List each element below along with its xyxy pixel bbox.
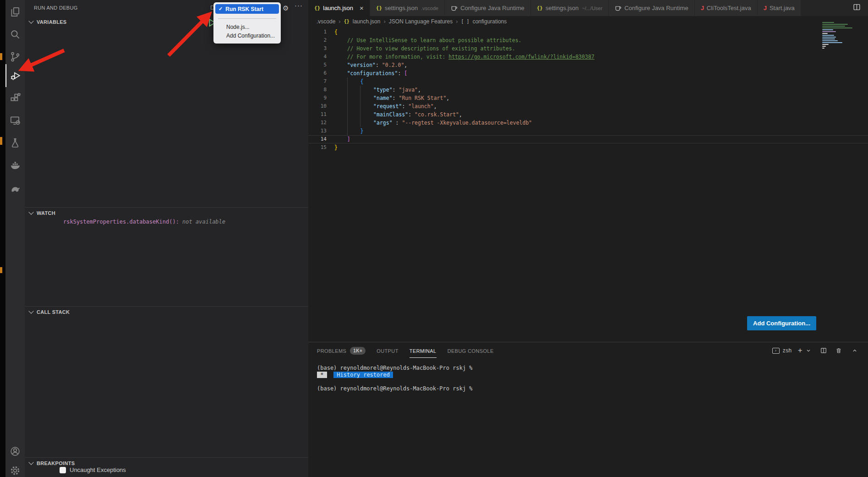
breadcrumb: .vscode › {} launch.json › JSON Language… [308,16,868,27]
gradle-elephant-icon[interactable] [9,182,21,194]
tab-settings-json-vscode[interactable]: {} settings.json .vscode [370,0,445,16]
terminal-text: History restored [333,372,393,378]
code-token: , [404,62,407,68]
tab-problems[interactable]: PROBLEMS 1K+ [317,344,366,357]
add-configuration-button[interactable]: Add Configuration... [747,316,816,330]
code-token: "request" [373,103,402,110]
extensions-icon[interactable] [9,92,21,104]
split-editor-icon[interactable] [853,3,861,13]
line-number: 4 [308,53,334,61]
code-token: "type" [373,87,393,93]
code-line[interactable]: 15} [308,143,868,152]
minimap-line [822,33,828,34]
breadcrumb-item[interactable]: configurations [473,18,507,25]
indent-guide [334,94,347,102]
indent-guide [347,127,360,135]
minimap-line [822,48,824,49]
code-line[interactable]: 4// For more information, visit: https:/… [308,53,868,61]
breadcrumb-item[interactable]: JSON Language Features [389,18,453,25]
account-icon[interactable] [9,445,21,457]
minimap-line [822,29,833,30]
dropdown-item-nodejs[interactable]: Node.js... [213,23,281,32]
code-token: "0.2.0" [382,62,404,68]
code-line[interactable]: 12"args" : "--regtest -Xkeyvalue.datasou… [308,119,868,127]
tab-start-java[interactable]: J Start.java [758,0,801,16]
code-token: "args" [373,120,393,126]
minimap[interactable] [822,22,862,49]
check-icon: ✓ [218,6,223,12]
edge-marker [0,267,2,273]
tab-configure-java-runtime-2[interactable]: Configure Java Runtime [609,0,694,16]
code-line[interactable]: 9"name": "Run RSK Start", [308,94,868,102]
tab-label: settings.json [546,5,579,11]
code-token: "Run RSK Start" [399,95,446,101]
breadcrumb-item[interactable]: launch.json [353,18,381,25]
indent-guide [334,127,347,135]
code-line[interactable]: 3// Hover to view descriptions of existi… [308,44,868,53]
breadcrumb-item[interactable]: .vscode [317,18,335,25]
search-icon[interactable] [9,28,21,40]
watch-expression-row[interactable]: rskSystemProperties.databaseKind(): not … [63,219,225,225]
code-line[interactable]: 14] [308,135,868,143]
close-icon[interactable]: × [360,5,364,11]
split-terminal-icon[interactable] [820,347,827,354]
code-line[interactable]: 5"version": "0.2.0", [308,61,868,69]
code-token: : [393,87,399,93]
tab-configure-java-runtime-1[interactable]: Configure Java Runtime [445,0,530,16]
launch-profile-chevron-icon[interactable] [805,347,812,354]
code-line[interactable]: 6"configurations": [ [308,69,868,77]
editor-tab-bar: {} launch.json × {} settings.json .vscod… [308,0,868,16]
indent-guide [334,86,347,94]
tab-output[interactable]: OUTPUT [377,344,399,357]
more-actions-icon[interactable]: ··· [295,1,303,9]
code-line[interactable]: 10"request": "launch", [308,102,868,110]
tab-terminal[interactable]: TERMINAL [409,344,437,358]
code-token: , [434,103,437,110]
code-token: "launch" [408,103,433,110]
section-label: WATCH [37,210,55,216]
testing-flask-icon[interactable] [9,137,21,149]
panel-tab-label: OUTPUT [377,344,399,357]
section-call-stack[interactable]: CALL STACK [25,306,312,318]
screen-edge-strip [0,0,5,477]
panel-tab-label: TERMINAL [409,344,437,358]
docker-icon[interactable] [9,159,21,171]
dropdown-item-add-configuration[interactable]: Add Configuration... [213,32,281,40]
tab-debug-console[interactable]: DEBUG CONSOLE [448,344,494,357]
source-control-icon[interactable] [9,51,21,63]
code-lines[interactable]: 1{2// Use IntelliSense to learn about po… [308,28,868,152]
code-line[interactable]: 8"type": "java", [308,86,868,94]
code-line[interactable]: 11"mainClass": "co.rsk.Start", [308,110,868,119]
tab-settings-json-user[interactable]: {} settings.json ~/.../User [531,0,609,16]
new-terminal-icon[interactable]: + [798,348,802,353]
line-number: 12 [308,119,334,127]
kill-terminal-trash-icon[interactable] [835,347,842,354]
section-label: CALL STACK [37,309,70,315]
explorer-icon[interactable] [9,6,21,18]
run-and-debug-sidebar: RUN AND DEBUG VARIABLES WATCH rskSystemP… [25,0,308,477]
indent-guide [334,61,347,69]
code-token: // Use IntelliSense to learn about possi… [347,37,522,44]
section-watch[interactable]: WATCH [25,207,312,219]
chevron-down-icon [28,308,33,313]
settings-gear-icon[interactable] [9,465,21,477]
dropdown-selected-item[interactable]: ✓ Run RSK Start [215,4,279,14]
breadcrumb-separator: › [456,18,458,25]
remote-explorer-icon[interactable] [9,115,21,126]
tab-launch-json[interactable]: {} launch.json × [308,0,370,16]
launch-json-gear-icon[interactable]: ⚙ [283,4,289,12]
maximize-panel-chevron-icon[interactable] [852,347,858,354]
code-line[interactable]: 7{ [308,77,868,86]
section-label: BREAKPOINTS [37,461,75,466]
shell-label[interactable]: zsh [783,347,792,354]
run-and-debug-icon[interactable] [9,70,21,82]
code-line[interactable]: 2// Use IntelliSense to learn about poss… [308,36,868,44]
indent-guide [347,119,360,127]
uncaught-exceptions-checkbox[interactable] [60,467,66,473]
code-line[interactable]: 13} [308,127,868,135]
code-line[interactable]: 1{ [308,28,868,36]
tab-clitoolstest-java[interactable]: J CliToolsTest.java [695,0,758,16]
terminal-output[interactable]: (base) reynoldmorel@Reynolds-MacBook-Pro… [308,359,868,392]
minimap-line [822,40,838,41]
java-file-icon: J [701,5,704,11]
